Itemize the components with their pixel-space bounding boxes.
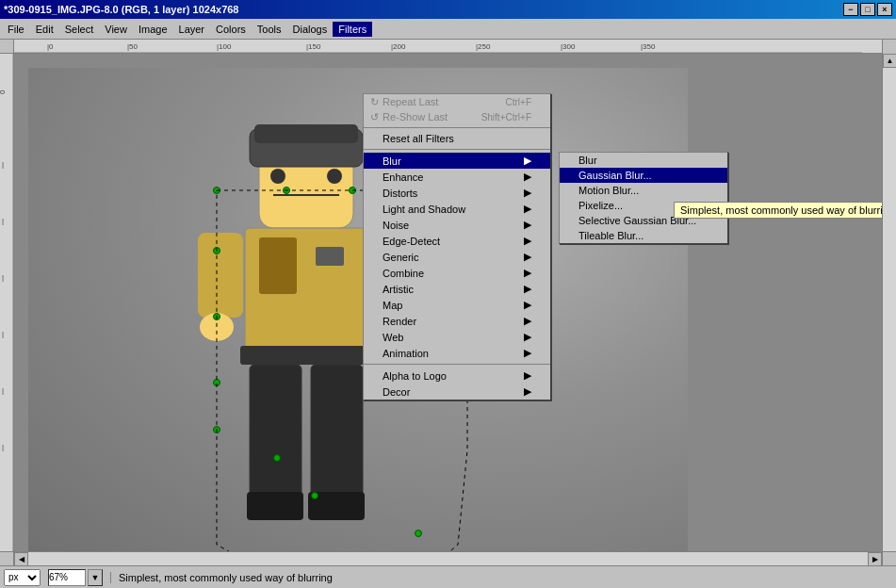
render-arrow: ▶ bbox=[524, 315, 531, 327]
close-button[interactable]: × bbox=[877, 3, 892, 16]
scroll-corner-bottom-right bbox=[882, 551, 896, 565]
scrollbar-horizontal-area: ◀ ▶ bbox=[0, 551, 896, 565]
menu-noise[interactable]: Noise ▶ bbox=[364, 217, 550, 233]
filters-menu: ↻ Repeat Last Ctrl+F ↺ Re-Show Last Shif… bbox=[363, 93, 551, 400]
edgedetect-arrow: ▶ bbox=[524, 235, 531, 247]
svg-text:0: 0 bbox=[0, 90, 7, 94]
image-canvas bbox=[28, 68, 688, 558]
noise-arrow: ▶ bbox=[524, 219, 531, 231]
svg-text:|: | bbox=[2, 443, 4, 451]
scroll-vertical-track[interactable] bbox=[883, 68, 896, 551]
menu-repeat-last[interactable]: ↻ Repeat Last Ctrl+F bbox=[364, 94, 550, 109]
titlebar: *309-0915_IMG.JPG-8.0 (RGB, 1 layer) 102… bbox=[0, 0, 896, 19]
artistic-arrow: ▶ bbox=[524, 283, 531, 295]
scroll-left-button[interactable]: ◀ bbox=[14, 552, 28, 566]
title-text: *309-0915_IMG.JPG-8.0 (RGB, 1 layer) 102… bbox=[4, 4, 238, 15]
menu-dialogs[interactable]: Dialogs bbox=[287, 22, 334, 37]
generic-arrow: ▶ bbox=[524, 251, 531, 263]
svg-text:|50: |50 bbox=[127, 42, 138, 51]
blur-gaussian[interactable]: Gaussian Blur... bbox=[560, 168, 727, 183]
menu-web[interactable]: Web ▶ bbox=[364, 329, 550, 345]
ruler-horizontal: |0 |50 |100 |150 |200 |250 |300 |350 bbox=[14, 40, 882, 54]
unit-dropdown[interactable]: px mm cm in bbox=[4, 569, 41, 586]
minimize-button[interactable]: − bbox=[843, 3, 858, 16]
menu-file[interactable]: File bbox=[2, 22, 30, 37]
menu-image[interactable]: Image bbox=[133, 22, 173, 37]
map-arrow: ▶ bbox=[524, 299, 531, 311]
menu-animation[interactable]: Animation ▶ bbox=[364, 345, 550, 361]
menu-view[interactable]: View bbox=[99, 22, 133, 37]
svg-text:|100: |100 bbox=[217, 42, 232, 51]
menu-separator-3 bbox=[364, 364, 550, 365]
ruler-corner bbox=[0, 40, 14, 54]
menu-edit[interactable]: Edit bbox=[30, 22, 59, 37]
scroll-right-button[interactable]: ▶ bbox=[868, 552, 882, 566]
svg-text:|: | bbox=[2, 273, 4, 282]
blur-blur[interactable]: Blur bbox=[560, 153, 727, 168]
svg-text:|200: |200 bbox=[391, 42, 406, 51]
status-text: Simplest, most commonly used way of blur… bbox=[110, 572, 892, 583]
svg-text:|: | bbox=[2, 217, 4, 225]
scrollbar-vertical[interactable]: ▲ ▼ bbox=[882, 54, 896, 565]
menu-separator-1 bbox=[364, 127, 550, 128]
menu-filters[interactable]: Filters bbox=[333, 22, 372, 37]
menu-light-shadow[interactable]: Light and Shadow ▶ bbox=[364, 201, 550, 217]
menu-blur[interactable]: Blur ▶ bbox=[364, 153, 550, 169]
svg-text:|250: |250 bbox=[476, 42, 491, 51]
svg-text:|150: |150 bbox=[306, 42, 321, 51]
scroll-up-button[interactable]: ▲ bbox=[883, 54, 896, 68]
unit-selector[interactable]: px mm cm in bbox=[4, 569, 41, 586]
blur-submenu: Blur Gaussian Blur... Motion Blur... Pix… bbox=[559, 152, 728, 244]
ruler-vertical: 0 | | | | | | bbox=[0, 54, 14, 565]
main-area: 0 | | | | | | bbox=[0, 54, 896, 565]
svg-text:|350: |350 bbox=[641, 42, 656, 51]
menu-reset-all[interactable]: Reset all Filters bbox=[364, 131, 550, 146]
maximize-button[interactable]: □ bbox=[860, 3, 875, 16]
web-arrow: ▶ bbox=[524, 331, 531, 343]
menu-alpha-to-logo[interactable]: Alpha to Logo ▶ bbox=[364, 368, 550, 384]
statusbar: px mm cm in ▼ Simplest, most commonly us… bbox=[0, 565, 896, 588]
menu-layer[interactable]: Layer bbox=[173, 22, 211, 37]
menu-enhance[interactable]: Enhance ▶ bbox=[364, 169, 550, 185]
menu-distorts[interactable]: Distorts ▶ bbox=[364, 185, 550, 201]
menu-colors[interactable]: Colors bbox=[210, 22, 252, 37]
scroll-horizontal-track[interactable] bbox=[28, 552, 868, 565]
svg-rect-19 bbox=[254, 124, 358, 143]
menubar: File Edit Select View Image Layer Colors… bbox=[0, 19, 896, 40]
menu-reshow-last[interactable]: ↺ Re-Show Last Shift+Ctrl+F bbox=[364, 109, 550, 124]
blur-arrow: ▶ bbox=[524, 155, 531, 167]
decor-arrow: ▶ bbox=[524, 385, 531, 398]
svg-text:|: | bbox=[2, 160, 4, 169]
alphalogo-arrow: ▶ bbox=[524, 369, 531, 382]
menu-edge-detect[interactable]: Edge-Detect ▶ bbox=[364, 233, 550, 249]
animation-arrow: ▶ bbox=[524, 347, 531, 359]
menu-separator-2 bbox=[364, 149, 550, 150]
svg-text:|: | bbox=[2, 330, 4, 338]
lightshadow-arrow: ▶ bbox=[524, 203, 531, 215]
zoom-input[interactable] bbox=[48, 569, 86, 586]
enhance-arrow: ▶ bbox=[524, 171, 531, 183]
scrollbar-horizontal[interactable]: ◀ ▶ bbox=[14, 551, 882, 565]
zoom-control[interactable]: ▼ bbox=[48, 569, 103, 586]
menu-tools[interactable]: Tools bbox=[252, 22, 287, 37]
scroll-corner-bottom-left bbox=[0, 551, 14, 565]
canvas-area: ↻ Repeat Last Ctrl+F ↺ Re-Show Last Shif… bbox=[14, 54, 882, 565]
svg-text:|: | bbox=[2, 386, 4, 395]
tooltip: Simplest, most commonly used way of blur… bbox=[674, 202, 882, 219]
zoom-dropdown-button[interactable]: ▼ bbox=[88, 569, 103, 586]
blur-tileable[interactable]: Tileable Blur... bbox=[560, 228, 727, 243]
svg-point-21 bbox=[327, 169, 342, 184]
repeat-icon: ↻ bbox=[367, 95, 381, 108]
menu-generic[interactable]: Generic ▶ bbox=[364, 249, 550, 265]
menu-artistic[interactable]: Artistic ▶ bbox=[364, 281, 550, 297]
combine-arrow: ▶ bbox=[524, 267, 531, 279]
menu-combine[interactable]: Combine ▶ bbox=[364, 265, 550, 281]
menu-select[interactable]: Select bbox=[59, 22, 100, 37]
blur-motion[interactable]: Motion Blur... bbox=[560, 183, 727, 198]
menu-map[interactable]: Map ▶ bbox=[364, 297, 550, 313]
window-controls: − □ × bbox=[843, 3, 892, 16]
menu-render[interactable]: Render ▶ bbox=[364, 313, 550, 329]
reshow-icon: ↺ bbox=[367, 110, 381, 123]
menu-decor[interactable]: Decor ▶ bbox=[364, 384, 550, 400]
distorts-arrow: ▶ bbox=[524, 187, 531, 199]
